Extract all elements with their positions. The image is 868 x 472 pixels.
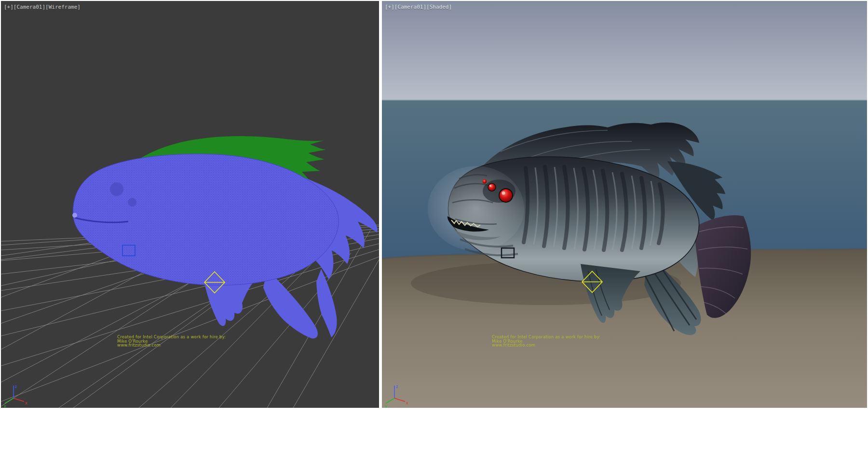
sky <box>382 1 867 100</box>
scene-watermark[interactable]: Created for Intel Corporation as a work … <box>492 335 600 347</box>
viewport-label-shaded[interactable]: [+][Camera01][Shaded] <box>385 4 452 10</box>
tail-streamer <box>316 269 337 337</box>
eye-left-wireframe <box>110 182 123 196</box>
viewport-split-container: [+][Camera01][Wireframe] <box>0 0 868 472</box>
viewport-wireframe[interactable]: [+][Camera01][Wireframe] <box>1 1 379 408</box>
axis-y-line <box>5 398 14 403</box>
eye-large-red <box>499 189 513 202</box>
eye-small-highlight <box>489 185 491 187</box>
axis-x-line <box>394 398 405 402</box>
shaded-scene <box>382 1 867 408</box>
eye-small-red <box>488 183 496 191</box>
axis-z-label: z <box>15 385 17 389</box>
world-axis-tripod: z x y <box>384 382 411 408</box>
viewport-label-wireframe[interactable]: [+][Camera01][Wireframe] <box>4 4 81 10</box>
axis-x-label: x <box>406 401 408 405</box>
wireframe-fish[interactable] <box>72 136 378 338</box>
axis-z-label: z <box>396 385 398 389</box>
axis-x-label: x <box>25 401 27 405</box>
axis-y-label: y <box>4 404 6 408</box>
axis-y-label: y <box>385 404 387 408</box>
eye-large-highlight <box>502 192 505 195</box>
nose-highlight <box>72 213 77 218</box>
watermark-line-3: www.fritzstudio.com <box>117 343 226 347</box>
axis-y-line <box>386 398 394 403</box>
world-axis-tripod: z x y <box>3 382 30 408</box>
eye-tiny-red <box>483 180 487 184</box>
viewport-shaded[interactable]: [+][Camera01][Shaded] <box>382 1 867 408</box>
axis-x-line <box>14 398 24 402</box>
watermark-line-3: www.fritzstudio.com <box>492 343 600 347</box>
eye-small-wireframe <box>128 198 136 207</box>
scene-watermark[interactable]: Created for Intel Corporation as a work … <box>117 335 226 347</box>
